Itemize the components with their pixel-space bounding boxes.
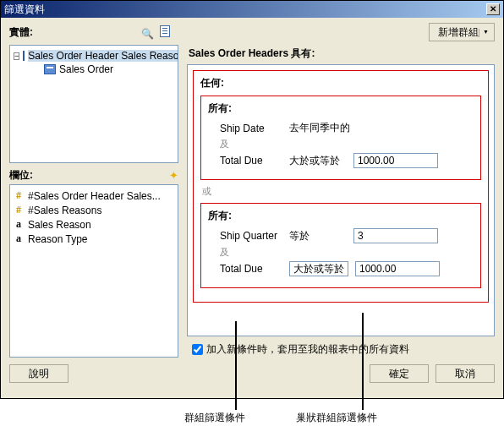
condition-row[interactable]: Ship Date 去年同季中的 — [220, 121, 474, 135]
window-title: 篩選資料 — [4, 1, 45, 18]
cond-value-input[interactable] — [353, 153, 438, 168]
and-label: 及 — [220, 246, 474, 259]
cond-field[interactable]: Total Due — [220, 263, 282, 275]
all-group-2: 所有: Ship Quarter 等於 及 Total Due 大於或等於 — [200, 203, 481, 288]
titlebar: 篩選資料 ✕ — [1, 1, 503, 18]
field-item[interactable]: a Reason Type — [14, 232, 174, 246]
apply-all-label: 加入新條件時，套用至我的報表中的所有資料 — [206, 342, 409, 357]
annotation-text-2: 巢狀群組篩選條件 — [296, 411, 377, 425]
cond-field[interactable]: Total Due — [220, 155, 282, 167]
table-icon — [23, 51, 25, 61]
entity-tree[interactable]: − Sales Order Header Sales Reason Sales … — [9, 45, 178, 163]
fields-label: 欄位: — [9, 168, 33, 183]
close-icon[interactable]: ✕ — [486, 3, 500, 15]
table-icon — [44, 64, 56, 74]
annotation-text-1: 群組篩選條件 — [184, 411, 245, 425]
and-label: 及 — [220, 138, 474, 150]
collapse-icon[interactable]: − — [14, 52, 19, 60]
hash-icon: # — [14, 204, 24, 216]
apply-all-checkbox[interactable] — [192, 344, 203, 355]
field-item[interactable]: # #Sales Order Header Sales... — [14, 188, 174, 203]
cond-value-input[interactable] — [355, 261, 440, 276]
cond-field[interactable]: Ship Quarter — [220, 230, 282, 242]
ok-button[interactable]: 確定 — [370, 364, 429, 383]
cond-operator[interactable]: 大於或等於 — [289, 154, 347, 168]
field-item[interactable]: a Sales Reason — [14, 217, 174, 232]
condition-row[interactable]: Ship Quarter 等於 — [220, 228, 474, 243]
cancel-button[interactable]: 取消 — [436, 364, 495, 383]
tree-child-label: Sales Order — [59, 63, 113, 75]
field-item[interactable]: # #Sales Reasons — [14, 203, 174, 217]
filter-header: Sales Order Headers 具有: — [189, 46, 495, 61]
new-group-button[interactable]: 新增群組 — [429, 23, 495, 41]
cond-operator[interactable]: 等於 — [289, 229, 347, 243]
cond-operator[interactable]: 大於或等於 — [289, 261, 348, 276]
all-label[interactable]: 所有: — [208, 101, 474, 116]
text-icon: a — [14, 218, 24, 231]
document-icon[interactable] — [160, 25, 170, 37]
search-icon[interactable]: 🔍 — [141, 28, 154, 40]
filter-dialog: 篩選資料 ✕ 實體: 🔍 新增群組 − Sales — [0, 0, 504, 399]
cond-operator[interactable]: 去年同季中的 — [289, 121, 350, 135]
any-label[interactable]: 任何: — [200, 76, 481, 90]
fields-list[interactable]: # #Sales Order Header Sales... # #Sales … — [9, 184, 178, 358]
all-group-1: 所有: Ship Date 去年同季中的 及 Total Due 大於或等於 — [200, 96, 481, 180]
entity-label: 實體: — [9, 25, 33, 40]
annotation-line — [235, 321, 237, 410]
new-field-icon[interactable]: ✦ — [169, 169, 178, 182]
all-label[interactable]: 所有: — [208, 209, 474, 223]
filter-panel: 任何: 所有: Ship Date 去年同季中的 及 Total Due 大於或… — [187, 64, 495, 336]
cond-value-input[interactable] — [353, 228, 438, 243]
entity-label-row: 實體: 🔍 — [9, 23, 178, 41]
tree-child-item[interactable]: Sales Order — [14, 63, 174, 76]
any-group: 任何: 所有: Ship Date 去年同季中的 及 Total Due 大於或… — [193, 70, 489, 303]
hash-icon: # — [14, 189, 24, 202]
annotation-line — [362, 313, 364, 410]
tree-root-label: Sales Order Header Sales Reason — [28, 50, 178, 62]
cond-field[interactable]: Ship Date — [220, 123, 282, 134]
or-label: 或 — [202, 185, 481, 198]
condition-row[interactable]: Total Due 大於或等於 — [220, 153, 474, 168]
tree-root-item[interactable]: − Sales Order Header Sales Reason — [14, 49, 174, 63]
help-button[interactable]: 說明 — [9, 364, 68, 383]
text-icon: a — [14, 232, 24, 245]
condition-row[interactable]: Total Due 大於或等於 — [220, 261, 474, 276]
